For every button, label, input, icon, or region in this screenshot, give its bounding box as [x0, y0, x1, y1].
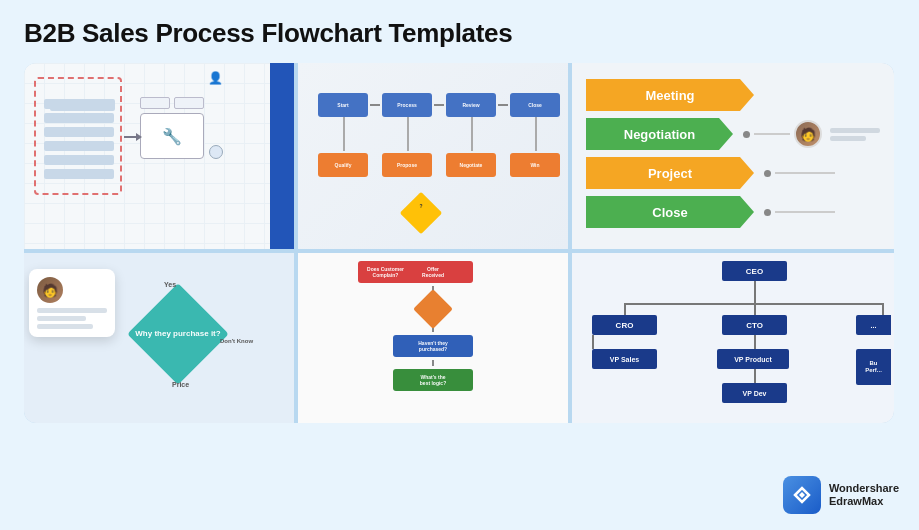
org-right-mid: BuPerf... — [856, 349, 891, 385]
flow-label-6 — [44, 155, 114, 165]
template-bottom-middle[interactable]: OfferReceived Haven't theypurchased? Wha… — [298, 253, 568, 423]
h-arrow-2 — [434, 104, 444, 106]
flow-label-3 — [44, 113, 114, 123]
org-line-cto-v — [754, 303, 756, 315]
h-arrow-3 — [498, 104, 508, 106]
card-text-1 — [37, 308, 107, 313]
edrawmax-logo-svg — [791, 484, 813, 506]
connector-line — [754, 133, 790, 135]
flow-label-7 — [44, 169, 114, 179]
machine-box: 🔧 — [140, 113, 204, 159]
stage-project-row: Project — [586, 157, 880, 189]
org-chart: CEO CRO CTO ... VP Sales — [572, 253, 894, 423]
template-top-left[interactable]: 🔧 👤 — [24, 63, 294, 249]
process-circle — [209, 145, 223, 159]
template-top-middle[interactable]: Start Process Review Close Qualify Propo… — [298, 63, 568, 249]
flow-box-8: Win — [510, 153, 560, 177]
org-ceo: CEO — [722, 261, 787, 281]
price-label: Price — [172, 381, 189, 388]
text-line-2 — [830, 136, 866, 141]
dashed-region — [34, 77, 122, 195]
dial-2 — [174, 97, 204, 109]
bm-diamond — [413, 289, 453, 329]
stage-negotiation: Negotiation — [586, 118, 733, 150]
flow-box-5: Qualify — [318, 153, 368, 177]
v-arrow-1 — [343, 117, 345, 151]
logo-brand: Wondershare — [829, 482, 899, 495]
org-vp-sales-v — [592, 335, 594, 349]
decision-text-tm: ? — [404, 203, 438, 209]
flow-label-2 — [44, 99, 114, 109]
stage-project: Project — [586, 157, 754, 189]
project-connector — [764, 170, 835, 177]
flow-box-4: Close — [510, 93, 560, 117]
bm-flow: OfferReceived Haven't theypurchased? Wha… — [373, 261, 493, 394]
org-cro: CRO — [592, 315, 657, 335]
v-arrow-4 — [535, 117, 537, 151]
stage-meeting: Meeting — [586, 79, 754, 111]
stages-container: Meeting Negotiation 🧑 — [572, 63, 894, 244]
org-right-top: ... — [856, 315, 891, 335]
close-line — [775, 211, 835, 213]
bm-box-blue: Haven't theypurchased? — [393, 335, 473, 357]
org-vp-dev-v — [754, 369, 756, 383]
person-icon: 👤 — [208, 71, 223, 85]
project-dot — [764, 170, 771, 177]
template-bottom-left[interactable]: 🧑 Why they purchase it? Yes Price Don't … — [24, 253, 294, 423]
bm-box-side1: Does CustomerComplain? — [358, 261, 413, 283]
flow-box-1: Start — [318, 93, 368, 117]
org-vp-dev: VP Dev — [722, 383, 787, 403]
card-text-2 — [37, 316, 86, 321]
stage-close-row: Close — [586, 196, 880, 228]
close-dot — [764, 209, 771, 216]
text-lines-negotiation — [830, 128, 880, 141]
avatar-negotiation: 🧑 — [794, 120, 822, 148]
dont-know-label: Don't Know — [220, 338, 253, 344]
close-connector — [764, 209, 835, 216]
template-top-right[interactable]: Meeting Negotiation 🧑 — [572, 63, 894, 249]
logo-area: Wondershare EdrawMax — [783, 476, 899, 514]
stage-close: Close — [586, 196, 754, 228]
org-line-cro-v — [624, 303, 626, 315]
v-arrow-3 — [471, 117, 473, 151]
stage-meeting-row: Meeting — [586, 79, 880, 111]
text-line-1 — [830, 128, 880, 133]
org-vp-prod-v — [754, 335, 756, 349]
page-title: B2B Sales Process Flowchart Templates — [24, 18, 895, 49]
yes-label: Yes — [164, 281, 176, 288]
blue-sidebar — [270, 63, 294, 249]
flow-box-7: Negotiate — [446, 153, 496, 177]
arrow-head — [136, 133, 142, 141]
org-cto: CTO — [722, 315, 787, 335]
flow-label-5 — [44, 141, 114, 151]
logo-product: EdrawMax — [829, 495, 899, 508]
org-vp-product: VP Product — [717, 349, 789, 369]
page-container: B2B Sales Process Flowchart Templates 🔧 — [0, 0, 919, 530]
org-vp-sales: VP Sales — [592, 349, 657, 369]
org-line-r-v — [882, 303, 884, 315]
org-line-ceo-v — [754, 281, 756, 303]
floating-card: 🧑 — [29, 269, 115, 337]
bm-box-green: What's thebest logic? — [393, 369, 473, 391]
logo-text-container: Wondershare EdrawMax — [829, 482, 899, 508]
logo-icon — [783, 476, 821, 514]
flow-box-6: Propose — [382, 153, 432, 177]
card-text-3 — [37, 324, 93, 329]
template-bottom-right[interactable]: CEO CRO CTO ... VP Sales — [572, 253, 894, 423]
diamond-label: Why they purchase it? — [134, 303, 222, 365]
card-avatar: 🧑 — [37, 277, 63, 303]
bm-vert-3 — [432, 360, 434, 366]
dial-1 — [140, 97, 170, 109]
stage-negotiation-row: Negotiation 🧑 — [586, 118, 880, 150]
templates-grid: 🔧 👤 Start Process Review Close — [24, 63, 894, 423]
project-line — [775, 172, 835, 174]
negotiation-connector: 🧑 — [743, 120, 880, 148]
connector-dot — [743, 131, 750, 138]
v-arrow-2 — [407, 117, 409, 151]
h-arrow-1 — [370, 104, 380, 106]
flow-box-3: Review — [446, 93, 496, 117]
flow-label-4 — [44, 127, 114, 137]
flow-box-2: Process — [382, 93, 432, 117]
